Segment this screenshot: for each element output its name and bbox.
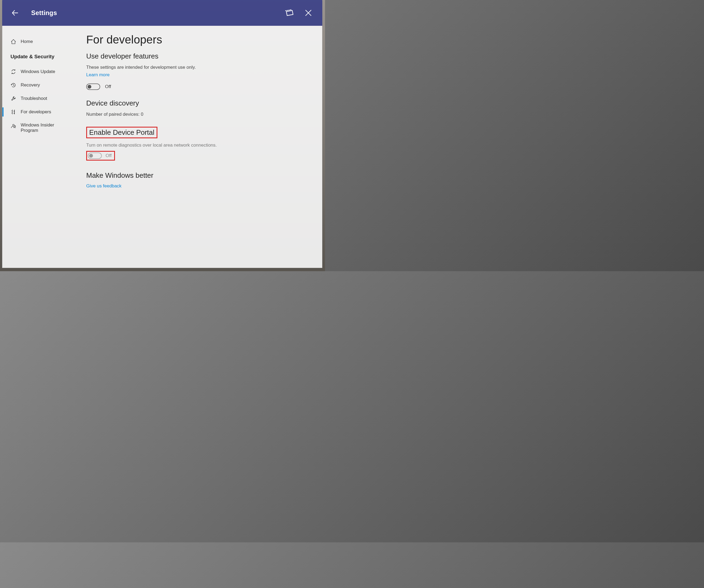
sidebar-item-insider[interactable]: Windows Insider Program xyxy=(2,119,77,137)
highlight-box-toggle: Off xyxy=(86,151,115,160)
paired-devices-count: Number of paired devices: 0 xyxy=(86,111,310,118)
section-device-portal: Enable Device Portal xyxy=(89,128,155,137)
device-portal-toggle[interactable] xyxy=(88,152,102,159)
sidebar-item-label: Recovery xyxy=(21,82,40,88)
back-arrow-icon xyxy=(11,8,20,17)
history-icon xyxy=(10,82,16,88)
sidebar-item-label: Windows Update xyxy=(21,69,55,74)
close-button[interactable] xyxy=(302,6,315,19)
highlight-box-heading: Enable Device Portal xyxy=(86,127,158,138)
device-portal-desc: Turn on remote diagnostics over local ar… xyxy=(86,142,310,148)
window-title: Settings xyxy=(31,9,57,17)
close-icon xyxy=(305,9,312,17)
page-title: For developers xyxy=(86,33,310,46)
wrench-icon xyxy=(10,95,16,102)
settings-window: Settings Home Update & Security xyxy=(2,0,322,268)
sidebar-item-label: Windows Insider Program xyxy=(21,122,64,133)
titlebar: Settings xyxy=(2,0,322,26)
sidebar-item-for-developers[interactable]: For developers xyxy=(2,105,77,119)
back-button[interactable] xyxy=(10,7,21,18)
tools-icon xyxy=(10,109,16,115)
content-area: Home Update & Security Windows Update Re… xyxy=(2,26,322,268)
sidebar-item-troubleshoot[interactable]: Troubleshoot xyxy=(2,92,77,105)
section-device-discovery: Device discovery xyxy=(86,99,310,108)
sidebar-home-label: Home xyxy=(21,39,33,44)
dev-features-desc: These settings are intended for developm… xyxy=(86,64,310,71)
sidebar-item-label: Troubleshoot xyxy=(21,96,47,101)
home-icon xyxy=(10,39,16,45)
sidebar-home[interactable]: Home xyxy=(2,35,77,48)
sync-icon xyxy=(10,69,16,75)
give-feedback-link[interactable]: Give us feedback xyxy=(86,183,121,189)
dev-features-toggle-label: Off xyxy=(105,84,111,89)
sidebar-section-header: Update & Security xyxy=(2,48,77,65)
follow-me-button[interactable] xyxy=(283,6,296,19)
sidebar-item-label: For developers xyxy=(21,109,51,115)
sidebar-item-recovery[interactable]: Recovery xyxy=(2,78,77,92)
device-portal-toggle-label: Off xyxy=(106,153,112,158)
sidebar: Home Update & Security Windows Update Re… xyxy=(2,26,77,268)
section-feedback: Make Windows better xyxy=(86,171,310,180)
sidebar-item-windows-update[interactable]: Windows Update xyxy=(2,65,77,78)
learn-more-link[interactable]: Learn more xyxy=(86,72,110,77)
follow-me-icon xyxy=(285,9,294,17)
insider-icon xyxy=(10,123,16,129)
dev-features-toggle[interactable] xyxy=(86,83,100,90)
section-dev-features: Use developer features xyxy=(86,52,310,60)
main-panel: For developers Use developer features Th… xyxy=(77,26,322,268)
